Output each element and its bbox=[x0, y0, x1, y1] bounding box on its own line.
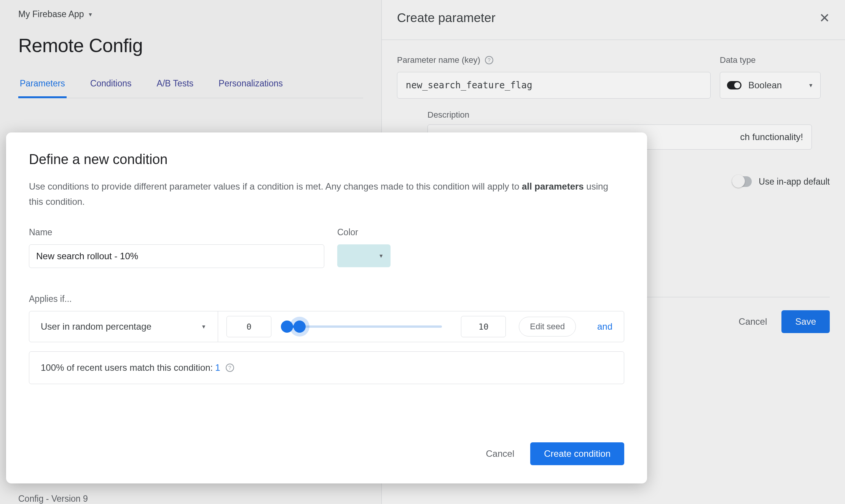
create-condition-button[interactable]: Create condition bbox=[530, 442, 624, 465]
save-button[interactable]: Save bbox=[781, 310, 830, 333]
percentage-range-slider[interactable] bbox=[282, 321, 442, 332]
condition-rule-row: User in random percentage ▼ 0 10 Edit se… bbox=[29, 311, 624, 342]
boolean-icon bbox=[727, 81, 741, 89]
chevron-down-icon: ▼ bbox=[378, 253, 384, 259]
tab-conditions[interactable]: Conditions bbox=[89, 78, 133, 98]
use-inapp-default-label: Use in-app default bbox=[759, 177, 830, 187]
tab-abtests[interactable]: A/B Tests bbox=[155, 78, 195, 98]
add-and-button[interactable]: and bbox=[597, 321, 612, 332]
help-icon[interactable]: ? bbox=[226, 364, 234, 372]
panel-title: Create parameter bbox=[397, 11, 496, 25]
dialog-title: Define a new condition bbox=[29, 152, 624, 167]
color-label: Color bbox=[337, 227, 391, 238]
datatype-select[interactable]: Boolean ▼ bbox=[720, 72, 821, 99]
tab-bar: Parameters Conditions A/B Tests Personal… bbox=[18, 78, 363, 98]
app-name: My Firebase App bbox=[18, 9, 84, 19]
tab-parameters[interactable]: Parameters bbox=[18, 78, 67, 98]
define-condition-dialog: Define a new condition Use conditions to… bbox=[6, 132, 647, 483]
chevron-down-icon: ▼ bbox=[201, 324, 206, 330]
applies-if-label: Applies if... bbox=[29, 294, 624, 304]
use-inapp-default-toggle[interactable] bbox=[732, 176, 752, 187]
match-summary: 100% of recent users match this conditio… bbox=[29, 351, 624, 384]
datatype-label: Data type bbox=[720, 55, 821, 65]
panel-header: Create parameter ✕ bbox=[382, 11, 845, 40]
slider-thumb-min[interactable] bbox=[281, 321, 293, 333]
parameter-key-input[interactable]: new_search_feature_flag bbox=[397, 72, 711, 99]
help-icon[interactable]: ? bbox=[485, 56, 493, 64]
description-label: Description bbox=[427, 110, 830, 120]
parameter-key-label: Parameter name (key) ? bbox=[397, 55, 711, 65]
percentage-min-input[interactable]: 0 bbox=[226, 316, 271, 337]
chevron-down-icon: ▼ bbox=[808, 82, 813, 88]
cancel-button[interactable]: Cancel bbox=[486, 448, 515, 459]
config-version-label: Config - Version 9 bbox=[18, 494, 88, 504]
page-title: Remote Config bbox=[18, 35, 363, 57]
color-select[interactable]: ▼ bbox=[337, 244, 391, 267]
match-count: 1 bbox=[215, 362, 220, 373]
chevron-down-icon: ▼ bbox=[88, 11, 93, 18]
slider-thumb-max[interactable] bbox=[293, 321, 306, 333]
edit-seed-button[interactable]: Edit seed bbox=[519, 317, 576, 337]
rule-type-select[interactable]: User in random percentage ▼ bbox=[29, 311, 218, 342]
dialog-description: Use conditions to provide different para… bbox=[29, 179, 624, 209]
percentage-max-input[interactable]: 10 bbox=[461, 316, 506, 337]
condition-name-input[interactable]: New search rollout - 10% bbox=[29, 244, 324, 268]
close-icon[interactable]: ✕ bbox=[819, 11, 830, 24]
tab-personalizations[interactable]: Personalizations bbox=[217, 78, 284, 98]
condition-name-label: Name bbox=[29, 227, 324, 238]
dialog-footer: Cancel Create condition bbox=[29, 442, 624, 465]
app-selector[interactable]: My Firebase App ▼ bbox=[18, 8, 93, 19]
cancel-button[interactable]: Cancel bbox=[739, 316, 767, 327]
